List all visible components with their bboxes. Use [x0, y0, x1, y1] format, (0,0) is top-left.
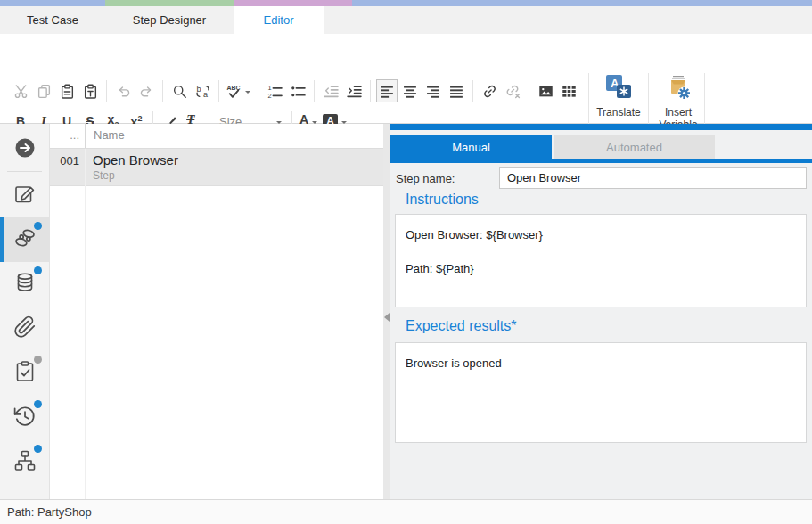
link-button[interactable] — [479, 79, 500, 102]
translate-button-label: Translate — [596, 106, 641, 119]
sidebar-item-data[interactable] — [0, 262, 49, 307]
toolbar-separator — [314, 80, 315, 102]
indent-button[interactable] — [343, 79, 365, 102]
numbered-list-button[interactable]: 12 — [264, 79, 285, 102]
sidebar-item-collapse[interactable] — [0, 129, 49, 170]
unlink-button — [502, 79, 523, 102]
indent-icon — [347, 84, 362, 99]
spellcheck-icon: ABC — [226, 84, 242, 99]
notification-badge-blue — [34, 445, 42, 453]
instruction-line: Path: ${Path} — [406, 262, 796, 275]
step-type: Step — [93, 169, 383, 182]
step-name-input[interactable] — [499, 167, 807, 189]
document-tabbar: Test CaseStep DesignerEditor — [0, 0, 812, 34]
column-divider — [85, 149, 86, 499]
expected-result-line: Browser is opened — [406, 356, 796, 370]
table-button[interactable] — [558, 79, 579, 102]
cut-icon — [13, 84, 29, 99]
expected-results-heading: Expected results* — [406, 318, 517, 334]
tab-stripe-blue — [0, 0, 105, 6]
chevron-down-icon — [245, 91, 250, 94]
redo-icon — [139, 84, 154, 99]
align-right-icon — [426, 84, 441, 99]
sidebar-item-edit[interactable] — [0, 173, 49, 217]
outdent-button — [320, 79, 341, 102]
edit-icon — [13, 182, 37, 209]
align-left-button[interactable] — [376, 79, 398, 102]
ribbon-toolbar: baABC12 BIUSx2x2TxSizeAA A Translate Ins… — [0, 34, 812, 124]
checklist-icon — [13, 360, 37, 387]
copy-button — [33, 79, 54, 102]
align-center-button[interactable] — [399, 79, 421, 102]
sidebar-item-attachment[interactable] — [0, 307, 49, 351]
sidebar-item-hierarchy[interactable] — [0, 440, 49, 485]
panel-splitter[interactable] — [383, 124, 390, 499]
toolbar-separator — [370, 80, 371, 102]
detail-tabs: Manual Automated — [390, 135, 715, 159]
numbered-list-icon: 12 — [267, 84, 283, 99]
tab-stripe-pink — [234, 0, 352, 6]
collapse-arrow-icon — [13, 136, 37, 163]
unlink-icon — [505, 84, 521, 99]
step-row-main: Open BrowserStep — [85, 149, 383, 185]
ribbon-row-1: baABC12 — [9, 78, 580, 103]
paste-text-button[interactable] — [79, 79, 101, 102]
step-row[interactable]: 001Open BrowserStep — [50, 149, 383, 186]
sidebar-item-checklist[interactable] — [0, 351, 49, 396]
bullet-list-button[interactable] — [287, 79, 308, 102]
align-left-icon — [380, 84, 395, 99]
spellcheck-button[interactable]: ABC — [225, 79, 252, 102]
paste-icon — [60, 84, 75, 99]
detail-tab-underline — [390, 159, 812, 163]
search-button[interactable] — [168, 79, 190, 102]
expected-results-textarea[interactable]: Browser is opened — [395, 342, 807, 443]
svg-text:2: 2 — [267, 91, 271, 98]
attachment-icon — [13, 315, 37, 342]
steps-icon — [12, 225, 37, 254]
column-header-index[interactable]: ... — [50, 124, 85, 148]
tab-automated[interactable]: Automated — [554, 135, 715, 159]
steps-list-panel: ... Name 001Open BrowserStep — [50, 124, 383, 499]
tab-test-case[interactable]: Test Case — [0, 6, 105, 34]
app-window: Test CaseStep DesignerEditor baABC12 BIU… — [0, 0, 812, 524]
copy-icon — [37, 84, 52, 99]
toolbar-separator — [258, 80, 258, 102]
paste-button[interactable] — [56, 79, 78, 102]
tab-manual[interactable]: Manual — [390, 135, 552, 159]
translate-button[interactable]: A Translate — [589, 74, 648, 119]
insert-variable-icon — [665, 74, 692, 103]
notification-badge-blue — [34, 222, 42, 230]
tab-step-designer[interactable]: Step Designer — [105, 6, 234, 34]
svg-text:a: a — [203, 90, 209, 99]
replace-button[interactable]: ba — [192, 79, 213, 102]
status-bar: Path: PartyShop — [0, 499, 812, 524]
hierarchy-icon — [13, 449, 37, 476]
step-name-label: Step name: — [396, 172, 455, 185]
align-center-icon — [403, 84, 418, 99]
data-icon — [13, 271, 37, 298]
redo-button — [135, 79, 157, 102]
outdent-icon — [324, 84, 339, 99]
left-icon-sidebar — [0, 124, 50, 499]
history-icon — [13, 405, 37, 431]
notification-badge-blue — [34, 400, 42, 408]
align-justify-icon — [449, 84, 464, 99]
sidebar-item-history[interactable] — [0, 396, 49, 440]
status-path-text: Path: PartyShop — [7, 505, 92, 519]
align-justify-button[interactable] — [446, 79, 467, 102]
detail-top-accent-bar — [390, 124, 812, 130]
image-icon — [538, 84, 554, 99]
sidebar-item-steps[interactable] — [0, 217, 49, 262]
document-tabs: Test CaseStep DesignerEditor — [0, 6, 324, 34]
notification-badge-blue — [34, 266, 42, 274]
align-right-button[interactable] — [422, 79, 444, 102]
instructions-textarea[interactable]: Open Browser: ${Browser} Path: ${Path} — [395, 214, 807, 307]
step-detail-panel: Manual Automated Step name: Instructions… — [390, 124, 812, 499]
translate-icon: A — [605, 74, 632, 103]
image-button[interactable] — [535, 79, 556, 102]
replace-icon: ba — [195, 84, 210, 99]
tab-editor[interactable]: Editor — [234, 6, 324, 34]
instruction-line: Open Browser: ${Browser} — [406, 228, 796, 242]
column-header-name[interactable]: Name — [85, 124, 383, 148]
step-number: 001 — [50, 149, 85, 185]
